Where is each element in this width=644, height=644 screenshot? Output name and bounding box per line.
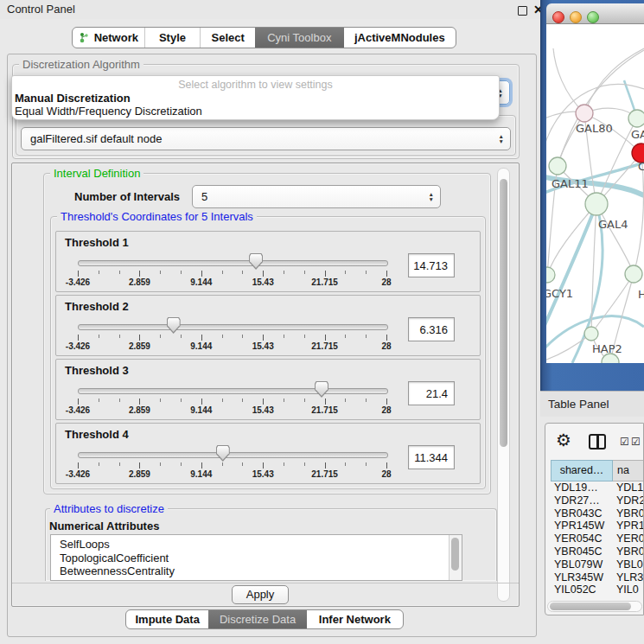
threshold-slider-thumb[interactable]	[216, 445, 230, 462]
tab-impute-data[interactable]: Impute Data	[126, 610, 208, 628]
cell-name[interactable]: YDR2	[613, 494, 644, 507]
attribute-item[interactable]: BetweennessCentrality	[51, 564, 462, 578]
network-node[interactable]	[546, 267, 555, 283]
node-label: HAP2	[592, 342, 622, 355]
table-row[interactable]: YBR045CYBR0	[551, 545, 644, 558]
threshold-value-field[interactable]: 21.4	[408, 381, 455, 405]
network-edge[interactable]	[584, 48, 644, 113]
cell-name[interactable]: YIL0	[613, 583, 644, 596]
attribute-item[interactable]: SelfLoops	[51, 538, 462, 552]
slider-tick	[201, 271, 202, 277]
network-node[interactable]	[549, 157, 566, 175]
tab-style[interactable]: Style	[145, 28, 201, 48]
table-row[interactable]: YBR043CYBR0	[551, 507, 644, 520]
network-edge[interactable]	[553, 48, 584, 113]
tab-network[interactable]: Network	[73, 28, 145, 48]
attributes-scrollbar-thumb[interactable]	[451, 538, 459, 571]
zoom-traffic-light[interactable]	[587, 11, 599, 23]
minimize-traffic-light[interactable]	[570, 11, 582, 23]
cell-shared-name[interactable]: YIL052C	[551, 583, 613, 596]
tab-discretize-data-label: Discretize Data	[220, 613, 296, 626]
threshold-value-field[interactable]: 14.713	[408, 253, 455, 277]
checkbox-icon[interactable]: ☑	[620, 437, 629, 447]
table-row[interactable]: YBL079WYBL0	[551, 558, 644, 571]
table-row[interactable]: YER054CYER0	[551, 532, 644, 545]
network-edge[interactable]	[558, 50, 644, 166]
table-data-combobox[interactable]: galFiltered.sif default node ▲▼	[21, 127, 511, 150]
cell-name[interactable]: YBR0	[613, 545, 644, 558]
network-node[interactable]	[628, 110, 644, 127]
apply-button[interactable]: Apply	[232, 585, 289, 604]
settings-scrollbar[interactable]	[497, 168, 510, 602]
slider-tick	[242, 399, 243, 402]
control-panel-tabbar: Network Style Select Cyni Toolbox jActiv…	[72, 27, 456, 48]
gear-icon[interactable]: ⚙	[556, 430, 571, 450]
slider-tick	[386, 399, 387, 405]
table-row[interactable]: YLR345WYLR3	[551, 571, 644, 584]
cell-shared-name[interactable]: YDL19…	[551, 481, 613, 494]
cell-shared-name[interactable]: YBL079W	[551, 558, 613, 571]
tab-cyni-toolbox[interactable]: Cyni Toolbox	[255, 28, 344, 48]
network-edge[interactable]	[591, 204, 596, 334]
network-canvas[interactable]: GAL80GACGAL11GAL4GCY1HHAP2	[546, 24, 644, 363]
cell-shared-name[interactable]: YBR043C	[551, 507, 613, 520]
tab-select[interactable]: Select	[201, 28, 255, 48]
network-node[interactable]	[625, 265, 642, 283]
table-row[interactable]: YDL19…YDL1	[551, 481, 644, 494]
threshold-slider-track[interactable]	[78, 388, 388, 394]
cell-shared-name[interactable]: YLR345W	[551, 571, 613, 584]
cell-name[interactable]: YPR1	[613, 520, 644, 532]
attributes-scrollbar[interactable]	[449, 535, 462, 580]
slider-tick-label: 28	[381, 277, 391, 287]
number-of-intervals-combobox[interactable]: 5 ▲▼	[192, 185, 441, 208]
threshold-slider-track[interactable]	[78, 324, 388, 330]
cell-shared-name[interactable]: YBR045C	[551, 545, 613, 558]
column-header-name[interactable]: na	[613, 460, 644, 481]
slider-tick	[222, 399, 223, 402]
slider-tick	[304, 462, 305, 466]
table-horizontal-scrollbar-thumb[interactable]	[550, 603, 631, 610]
attribute-item[interactable]: TopologicalCoefficient	[51, 552, 462, 565]
threshold-value-field[interactable]: 6.316	[408, 317, 455, 341]
threshold-panel: Threshold 1 -3.4262.8599.14415.4321.7152…	[55, 231, 481, 292]
close-traffic-light[interactable]	[552, 11, 564, 23]
network-node[interactable]	[584, 327, 598, 341]
tab-jactivemnodules[interactable]: jActiveMNodules	[344, 28, 456, 48]
cell-name[interactable]: YBR0	[613, 507, 644, 520]
split-columns-icon[interactable]	[589, 434, 606, 450]
cell-shared-name[interactable]: YPR145W	[551, 520, 613, 532]
tab-discretize-data[interactable]: Discretize Data	[208, 610, 306, 628]
settings-scrollbar-thumb[interactable]	[500, 179, 507, 447]
threshold-slider-thumb[interactable]	[249, 253, 263, 270]
threshold-slider-thumb[interactable]	[315, 381, 328, 398]
cell-name[interactable]: YDL1	[613, 481, 644, 494]
threshold-value-field[interactable]: 11.344	[408, 445, 455, 469]
threshold-slider-thumb[interactable]	[167, 317, 181, 334]
dropdown-option-equal-width[interactable]: Equal Width/Frequency Discretization	[15, 105, 202, 118]
threshold-panel: Threshold 4 -3.4262.8599.14415.4321.7152…	[55, 423, 481, 484]
dropdown-option-manual[interactable]: Manual Discretization	[15, 92, 131, 105]
cell-name[interactable]: YLR3	[613, 571, 644, 584]
cell-shared-name[interactable]: YDR27…	[551, 494, 613, 507]
column-header-shared-name[interactable]: shared…	[551, 460, 613, 481]
cell-shared-name[interactable]: YER054C	[551, 532, 613, 545]
network-window-titlebar[interactable]	[546, 3, 644, 24]
network-edge[interactable]	[591, 274, 634, 334]
threshold-slider-track[interactable]	[78, 260, 388, 266]
slider-tick-label: 15.43	[252, 405, 274, 415]
network-node[interactable]	[576, 105, 593, 122]
threshold-slider-track[interactable]	[78, 452, 388, 458]
cell-name[interactable]: YBL0	[613, 558, 644, 571]
table-row[interactable]: YDR27…YDR2	[551, 494, 644, 507]
slider-tick-label: 21.715	[311, 405, 338, 415]
network-node[interactable]	[585, 193, 608, 215]
node-label: GAL4	[598, 218, 628, 231]
table-row[interactable]: YPR145WYPR1	[551, 520, 644, 532]
tab-infer-network[interactable]: Infer Network	[307, 610, 403, 628]
table-row[interactable]: YIL052CYIL0	[551, 583, 644, 596]
network-edge[interactable]	[546, 204, 596, 331]
table-horizontal-scrollbar[interactable]	[547, 601, 642, 612]
cell-name[interactable]: YER0	[613, 532, 644, 545]
checkbox-icon[interactable]: ☑	[631, 437, 641, 447]
float-window-icon[interactable]	[518, 6, 527, 16]
